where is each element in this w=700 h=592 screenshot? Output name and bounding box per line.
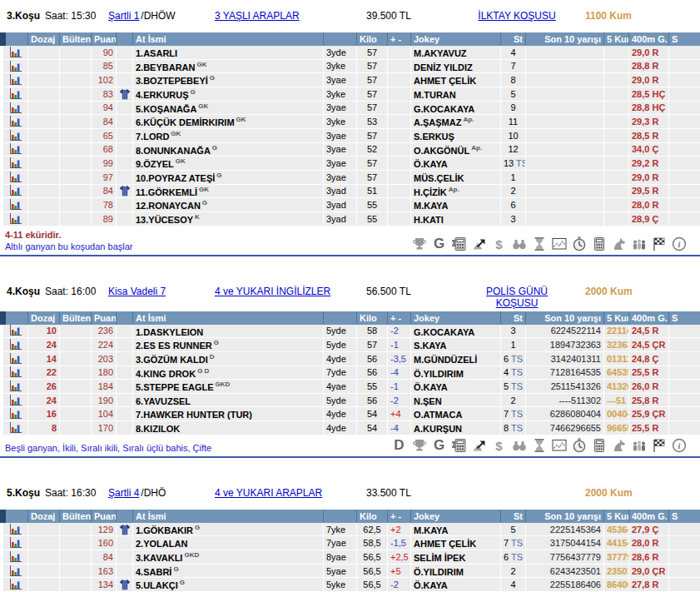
bar-chart-icon[interactable] [9, 565, 22, 577]
info-icon[interactable]: i [671, 438, 687, 454]
condition-link[interactable]: Şartli 1 [108, 10, 139, 22]
bar-chart-icon[interactable] [9, 579, 22, 590]
line-chart-icon[interactable] [551, 438, 567, 454]
condition-link[interactable]: Kisa Vadeli 7 [108, 286, 166, 297]
bulten-cell [60, 325, 92, 338]
bar-chart-icon[interactable] [9, 61, 22, 72]
stats-calculator-icon[interactable] [451, 438, 467, 454]
people-icon[interactable] [631, 438, 647, 454]
kilo-cell: 55 [357, 211, 388, 226]
dollar-icon[interactable]: $ [491, 236, 507, 252]
trophy-icon[interactable] [411, 438, 427, 454]
bar-chart-icon[interactable] [9, 395, 22, 406]
bar-chart-icon[interactable] [9, 116, 22, 127]
bar-chart-icon[interactable] [9, 74, 22, 86]
bar-chart-icon[interactable] [9, 185, 22, 197]
bar-chart-icon[interactable] [9, 199, 22, 211]
bar-chart-icon[interactable] [9, 102, 22, 114]
calculator-icon[interactable] [591, 438, 607, 454]
dollar-icon[interactable]: $ [491, 438, 507, 454]
kilo-cell: 57 [357, 46, 388, 59]
age-cell: 3yke [324, 87, 357, 101]
race-name-link[interactable]: İLKTAY KOŞUSU [478, 10, 555, 22]
bar-chart-icon[interactable] [9, 339, 22, 351]
kilo-cell: 52 [357, 142, 388, 157]
stats-calculator-icon[interactable] [451, 236, 467, 252]
calculator-icon[interactable] [591, 236, 607, 252]
condition-link[interactable]: Şartli 4 [108, 487, 139, 499]
kilo-diff-cell [388, 115, 411, 129]
d-letter-icon[interactable]: D [391, 438, 407, 454]
bar-chart-icon[interactable] [9, 157, 22, 169]
dozaj-cell: 14 [28, 351, 60, 366]
bar-chart-icon[interactable] [9, 325, 22, 336]
bar-chart-icon[interactable] [9, 172, 22, 183]
hourglass-icon[interactable] [531, 438, 547, 454]
bar-chart-icon[interactable] [9, 381, 22, 392]
bar-chart-icon[interactable] [9, 408, 22, 420]
kilo-diff-cell: -1 [388, 380, 411, 394]
column-header: S [669, 311, 700, 325]
binoculars-icon[interactable] [511, 438, 527, 454]
bar-chart-icon[interactable] [9, 366, 22, 378]
finish-flag-icon[interactable] [651, 438, 667, 454]
bar-chart-icon[interactable] [9, 213, 22, 225]
horse-icon[interactable] [611, 236, 627, 252]
bar-chart-icon[interactable] [9, 88, 22, 100]
start-cell: 6 [501, 198, 526, 212]
sand5-cell: 37779 [604, 550, 629, 565]
horse-row: 85 2.BEYBARANGK 3yke 57 DENİZ YILDIZ 7 2… [3, 59, 700, 73]
jockey-name: AHMET ÇELİK [414, 76, 476, 86]
column-header: Jokey [411, 510, 501, 523]
jersey-cell [117, 550, 133, 565]
extra-cell [669, 170, 700, 184]
race-number: 5.Koşu [0, 487, 40, 499]
g-letter-icon[interactable]: G [431, 438, 447, 454]
bar-chart-icon[interactable] [9, 551, 22, 563]
stopwatch-icon[interactable] [571, 438, 587, 454]
g-letter-icon[interactable]: G [431, 236, 447, 252]
category-link[interactable]: 4 ve YUKARI ARAPLAR [215, 487, 322, 499]
trend-icon[interactable] [471, 438, 487, 454]
sand5-cell: 45364 [604, 523, 629, 536]
bar-chart-icon[interactable] [9, 353, 22, 365]
stats-cell [3, 523, 28, 536]
bar-chart-icon[interactable] [9, 524, 22, 535]
jersey-cell [117, 366, 133, 380]
horse-name-cell: 1.DASKYLEION [133, 325, 324, 338]
category-link[interactable]: 4 ve YUKARI İNGİLİZLER [215, 286, 330, 297]
stats-cell [3, 101, 28, 115]
bar-chart-icon[interactable] [9, 130, 22, 142]
horse-name: 9.ÖZYEL [136, 159, 174, 169]
hourglass-icon[interactable] [531, 236, 547, 252]
trophy-icon[interactable] [411, 236, 427, 252]
horse-name: 10.POYRAZ ATEŞİ [136, 173, 215, 183]
horse-name-cell: 4.ERKURUŞG [133, 87, 324, 101]
line-chart-icon[interactable] [551, 236, 567, 252]
jockey-name: MÜS.ÇELİK [414, 173, 464, 183]
trend-icon[interactable] [471, 236, 487, 252]
horse-row: 8 170 8.KIZILOK 4yde 54 -4 A.KURŞUN 8 TS… [3, 421, 700, 435]
jockey-cell: DENİZ YILDIZ [411, 59, 501, 73]
start-cell: 6 TS [501, 550, 526, 565]
binoculars-icon[interactable] [511, 236, 527, 252]
horse-icon[interactable] [611, 438, 627, 454]
finish-flag-icon[interactable] [651, 236, 667, 252]
category-link[interactable]: 3 YAŞLI ARAPLAR [215, 10, 300, 22]
g400-cell: 28,0 R [629, 198, 669, 212]
race-name-link[interactable]: POLİS GÜNÜ KOŞUSU [468, 286, 566, 309]
people-icon[interactable] [631, 236, 647, 252]
last10-cell [526, 73, 604, 87]
bar-chart-icon[interactable] [9, 47, 22, 58]
jockey-cell: AHMET ÇELİK [411, 73, 501, 87]
condition-suffix: /DHÖW [141, 10, 175, 22]
bar-chart-icon[interactable] [9, 143, 22, 155]
column-header: Dozaj [28, 311, 60, 325]
jersey-cell [117, 87, 133, 101]
info-icon[interactable]: i [671, 236, 687, 252]
stopwatch-icon[interactable] [571, 236, 587, 252]
bar-chart-icon[interactable] [9, 537, 22, 549]
sand5-cell [604, 170, 629, 184]
jersey-cell [117, 536, 133, 550]
bar-chart-icon[interactable] [9, 422, 22, 434]
